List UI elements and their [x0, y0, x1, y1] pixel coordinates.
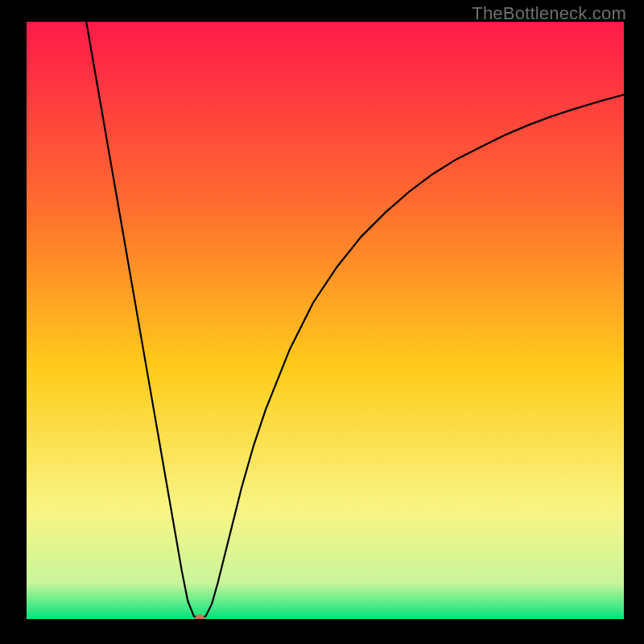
chart-frame — [27, 22, 624, 619]
bottleneck-plot — [27, 22, 624, 619]
gradient-background — [27, 22, 624, 619]
watermark-text: TheBottleneck.com — [472, 3, 626, 24]
